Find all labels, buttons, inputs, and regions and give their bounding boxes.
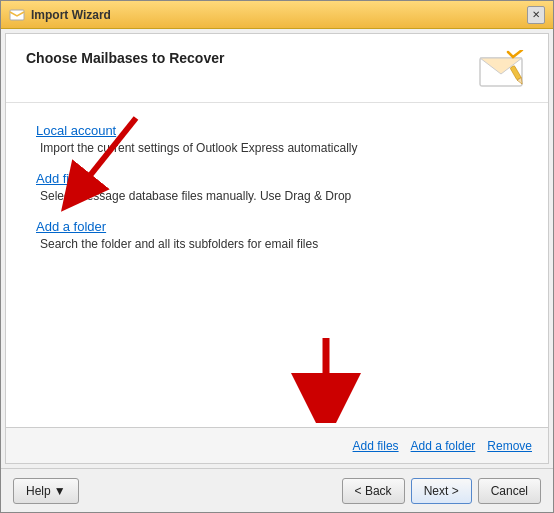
- arrow-indicator-1: [46, 113, 166, 213]
- help-button[interactable]: Help ▼: [13, 478, 79, 504]
- add-folder-desc: Search the folder and all its subfolders…: [40, 237, 518, 251]
- option-add-folder: Add a folder Search the folder and all i…: [36, 219, 518, 251]
- svg-line-4: [76, 118, 136, 193]
- back-button[interactable]: < Back: [342, 478, 405, 504]
- import-wizard-window: Import Wizard ✕ Choose Mailbases to Reco…: [0, 0, 554, 513]
- app-icon: [9, 7, 25, 23]
- header-section: Choose Mailbases to Recover: [6, 34, 548, 103]
- add-files-bottom-link[interactable]: Add files: [353, 439, 399, 453]
- content-area: Choose Mailbases to Recover: [5, 33, 549, 464]
- add-folder-bottom-link[interactable]: Add a folder: [411, 439, 476, 453]
- envelope-icon: [478, 50, 528, 90]
- cancel-button[interactable]: Cancel: [478, 478, 541, 504]
- button-bar: Help ▼ < Back Next > Cancel: [1, 468, 553, 512]
- main-section: Local account Import the current setting…: [6, 103, 548, 427]
- page-title: Choose Mailbases to Recover: [26, 50, 224, 66]
- title-bar: Import Wizard ✕: [1, 1, 553, 29]
- add-folder-link[interactable]: Add a folder: [36, 219, 106, 234]
- svg-rect-0: [10, 10, 24, 20]
- arrow-indicator-2: [286, 333, 366, 423]
- chevron-down-icon: ▼: [54, 484, 66, 498]
- remove-bottom-link[interactable]: Remove: [487, 439, 532, 453]
- window-title: Import Wizard: [31, 8, 527, 22]
- next-button[interactable]: Next >: [411, 478, 472, 504]
- close-button[interactable]: ✕: [527, 6, 545, 24]
- bottom-links-bar: Add files Add a folder Remove: [6, 427, 548, 463]
